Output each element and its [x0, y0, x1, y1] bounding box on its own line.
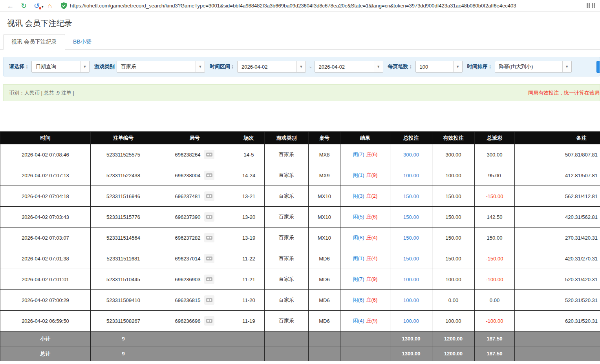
cell-time: 2026-04-02 07:01:01	[0, 269, 91, 290]
refresh-icon[interactable]: ↻	[21, 2, 27, 9]
back-button-icon[interactable]: ←	[7, 2, 14, 9]
total-bet-link[interactable]: 150.00	[403, 235, 419, 241]
date-from-value: 2026-04-02	[238, 64, 296, 70]
video-replay-button[interactable]	[204, 316, 214, 326]
cell-result: 闲(4)庄(9)	[340, 311, 390, 331]
page-title: 视讯 会员下注纪录	[7, 18, 600, 29]
game-type-select[interactable]: 百家乐 ▼	[117, 61, 205, 73]
result-player: 闲(3)	[353, 193, 364, 199]
cell-session: 13-21	[233, 186, 265, 207]
history-dropdown-caret[interactable]: ▾	[42, 5, 43, 9]
undo-history-icon[interactable]: ↺	[34, 2, 40, 9]
cell-session: 11-20	[233, 290, 265, 311]
cell-session: 11-21	[233, 269, 265, 290]
cell-remark: 412.81/507.81	[515, 165, 600, 186]
total-bet-link[interactable]: 150.00	[403, 193, 419, 199]
url-bar[interactable]: https://iohetf.com/game/betrecord_search…	[61, 1, 583, 11]
cell-bet-no: 523311525575	[91, 144, 156, 165]
cell-table-no: MX9	[309, 165, 340, 186]
table-summary-row: 小计 9 1300.00 1200.00 187.50	[0, 331, 600, 346]
video-replay-button[interactable]	[204, 150, 214, 159]
apps-grid-icon[interactable]	[587, 3, 597, 8]
video-replay-button[interactable]	[204, 295, 214, 305]
sort-order-value: 降幂(由大到小)	[495, 63, 562, 70]
cell-remark: 620.31/520.31	[515, 311, 600, 331]
total-bet-link[interactable]: 100.00	[403, 173, 419, 178]
home-icon[interactable]: ⌂	[48, 2, 52, 9]
range-separator: ~	[309, 64, 312, 70]
total-bet-link[interactable]: 100.00	[403, 318, 419, 324]
cell-table-no: MD6	[309, 311, 340, 331]
summary-label: 小计	[0, 331, 91, 346]
video-replay-button[interactable]	[204, 275, 214, 284]
cell-result: 闲(7)庄(9)	[340, 269, 390, 290]
cell-table-no: MX10	[309, 228, 340, 248]
round-number: 696236696	[175, 318, 200, 324]
header-table-no: 桌号	[309, 132, 340, 144]
cell-bet-no: 523311509410	[91, 290, 156, 311]
video-replay-button[interactable]	[204, 212, 214, 222]
cell-bet-no: 523311510445	[91, 269, 156, 290]
cell-remark: 420.31/562.81	[515, 207, 600, 228]
currency-total-text: 币别：人民币 | 总共 :9 注单 |	[9, 89, 74, 96]
total-bet-link[interactable]: 150.00	[403, 256, 419, 262]
cell-total-bet: 150.00	[390, 228, 432, 248]
notification-dot	[39, 7, 41, 9]
header-total-bet: 总投注	[390, 132, 432, 144]
cell-bet-no: 523311522438	[91, 165, 156, 186]
summary-total-bet: 1300.00	[390, 346, 432, 361]
table-row: 2026-04-02 07:08:46 523311525575 6962382…	[0, 144, 600, 165]
cell-table-no: MD6	[309, 248, 340, 269]
cell-game-type: 百家乐	[265, 207, 309, 228]
tab-bb-tips[interactable]: BB小费	[65, 35, 99, 49]
cell-game-type: 百家乐	[265, 269, 309, 290]
video-replay-button[interactable]	[204, 254, 214, 263]
summary-total-bet: 1300.00	[390, 331, 432, 346]
total-bet-link[interactable]: 300.00	[403, 152, 419, 158]
table-row: 2026-04-02 06:59:50 523311508267 6962366…	[0, 311, 600, 331]
cell-round-no: 696236903	[156, 269, 233, 290]
summary-bar: 币别：人民币 | 总共 :9 注单 | 同局有效投注，统一计算在该局	[3, 84, 600, 101]
total-bet-link[interactable]: 150.00	[403, 214, 419, 220]
total-bet-link[interactable]: 100.00	[403, 277, 419, 282]
cell-result: 闲(8)庄(4)	[340, 228, 390, 248]
time-range-label: 时间区间：	[210, 63, 235, 70]
per-page-select[interactable]: 100 ▼	[415, 61, 463, 73]
cell-payout: 142.50	[475, 207, 515, 228]
table-row: 2026-04-02 07:00:29 523311509410 6962368…	[0, 290, 600, 311]
cell-game-type: 百家乐	[265, 248, 309, 269]
cell-game-type: 百家乐	[265, 228, 309, 248]
video-replay-button[interactable]	[204, 191, 214, 201]
browser-chrome: ← ↻ ↺ ▾ ⌂ https://iohetf.com/game/betrec…	[0, 0, 600, 12]
cell-session: 14-5	[233, 144, 265, 165]
cell-game-type: 百家乐	[265, 290, 309, 311]
round-number: 696236903	[175, 277, 200, 282]
filter-bar: 请选择： 日期查询 ▼ 游戏类别 百家乐 ▼ 时间区间： 2026-04-02 …	[3, 57, 600, 76]
result-player: 闲(1)	[353, 172, 364, 178]
cell-valid-bet: 150.00	[432, 186, 475, 207]
cell-session: 13-20	[233, 207, 265, 228]
search-button[interactable]	[596, 61, 600, 73]
cell-bet-no: 523311515776	[91, 207, 156, 228]
total-bet-link[interactable]: 100.00	[403, 297, 419, 303]
query-mode-select[interactable]: 日期查询 ▼	[31, 61, 90, 73]
tab-bet-records[interactable]: 视讯 会员下注纪录	[3, 34, 65, 50]
per-page-value: 100	[416, 64, 453, 70]
cell-valid-bet: 100.00	[432, 269, 475, 290]
bet-records-table: 时间 注单编号 局号 场次 游戏类别 桌号 结果 总投注 有效投注 总派彩 备注…	[0, 131, 600, 361]
table-row: 2026-04-02 07:03:43 523311515776 6962373…	[0, 207, 600, 228]
cell-time: 2026-04-02 07:00:29	[0, 290, 91, 311]
cell-remark: 420.31/270.31	[515, 248, 600, 269]
cell-remark: 520.31/520.31	[515, 290, 600, 311]
date-to-select[interactable]: 2026-04-02 ▼	[315, 61, 383, 73]
summary-payout: 187.50	[475, 346, 515, 361]
table-row: 2026-04-02 07:04:18 523311516946 6962374…	[0, 186, 600, 207]
sort-order-select[interactable]: 降幂(由大到小) ▼	[495, 61, 572, 73]
cell-valid-bet: 150.00	[432, 207, 475, 228]
video-replay-button[interactable]	[204, 233, 214, 242]
result-banker: 庄(4)	[366, 235, 378, 240]
cell-bet-no: 523311516946	[91, 186, 156, 207]
video-replay-button[interactable]	[204, 171, 214, 180]
cell-payout: 95.00	[475, 165, 515, 186]
date-from-select[interactable]: 2026-04-02 ▼	[237, 61, 306, 73]
